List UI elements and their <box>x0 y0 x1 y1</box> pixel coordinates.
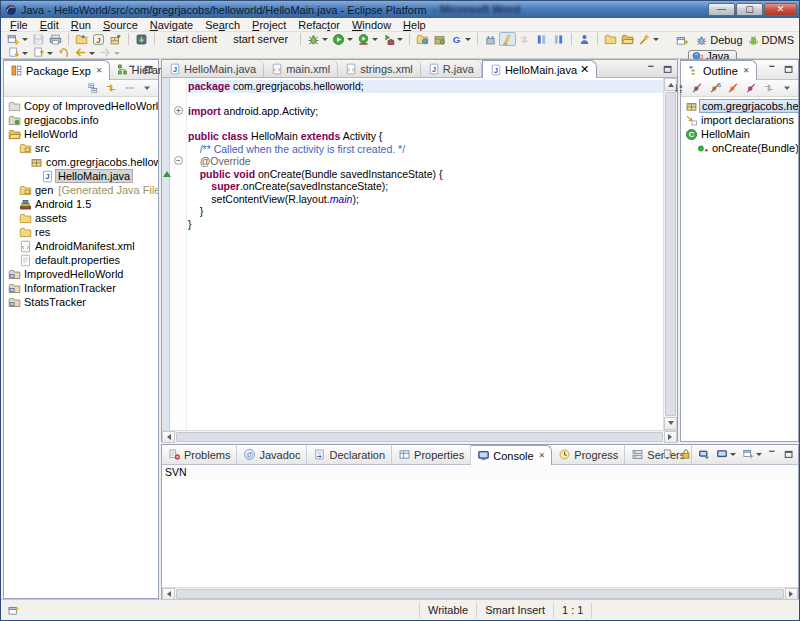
open-folder-button[interactable] <box>619 32 636 46</box>
tree-item-gregjacobs-info[interactable]: gregjacobs.info <box>4 113 158 127</box>
tree-item-com-gregrjacobs-helloworld[interactable]: com.gregrjacobs.helloworld <box>681 99 798 113</box>
new-web-client-button[interactable] <box>414 32 431 46</box>
next-annotation-button[interactable] <box>5 46 30 60</box>
console-tab-progress[interactable]: Progress <box>552 445 625 464</box>
dropdown-arrow-icon[interactable] <box>22 52 28 58</box>
hide-fields-button[interactable] <box>689 81 705 95</box>
dropdown-arrow-icon[interactable] <box>465 38 471 44</box>
collapse-all-button[interactable] <box>85 81 101 95</box>
editor-tab-r-java-3[interactable]: JR.java <box>421 60 482 77</box>
close-icon[interactable]: ✕ <box>96 66 103 75</box>
new-wizard-button[interactable] <box>5 32 30 46</box>
console-tab-javadoc[interactable]: @Javadoc <box>237 445 307 464</box>
tree-item-improvedhelloworld[interactable]: ImprovedHelloWorld <box>4 267 158 281</box>
junit-button[interactable]: J <box>90 32 107 46</box>
menu-search[interactable]: Search <box>199 19 246 31</box>
save-button[interactable] <box>30 32 47 46</box>
minimize-view-button[interactable] <box>126 62 140 76</box>
start-server-button[interactable]: start server <box>225 32 296 46</box>
scroll-down-button[interactable] <box>664 417 677 430</box>
tree-item-res[interactable]: res <box>4 225 158 239</box>
view-menu-dim-button[interactable] <box>121 81 137 95</box>
pin-console-button[interactable] <box>660 447 676 461</box>
quick-fix-button[interactable] <box>636 32 661 46</box>
open-resource-button[interactable] <box>602 32 619 46</box>
previous-annotation-button[interactable] <box>30 46 55 60</box>
minimize-editor-button[interactable] <box>645 62 659 76</box>
menu-run[interactable]: Run <box>65 19 97 31</box>
console-body[interactable]: SVN <box>162 465 798 587</box>
tree-item-com-gregrjacobs-helloworld[interactable]: com.gregrjacobs.helloworld <box>4 155 158 169</box>
close-icon[interactable]: ✕ <box>580 63 589 76</box>
editor-tab-main-xml-1[interactable]: main.xml <box>264 60 338 77</box>
scroll-right-button[interactable] <box>664 431 677 443</box>
dropdown-arrow-icon[interactable] <box>397 38 403 44</box>
tree-item-assets[interactable]: assets <box>4 211 158 225</box>
menu-file[interactable]: File <box>4 19 34 31</box>
run-coverage-button[interactable] <box>355 32 380 46</box>
console-tab-problems[interactable]: Problems <box>162 445 237 464</box>
dropdown-arrow-icon[interactable] <box>372 38 378 44</box>
show-source-2-button[interactable] <box>550 32 567 46</box>
maximize-view-button[interactable] <box>142 62 156 76</box>
tree-item-hellomain-java[interactable]: JHelloMain.java <box>4 169 158 183</box>
display-console-button[interactable] <box>714 447 738 461</box>
fold-expand-icon[interactable]: + <box>174 106 183 115</box>
dropdown-arrow-icon[interactable] <box>730 453 736 459</box>
google-tools-button[interactable]: G <box>448 32 473 46</box>
editor-vertical-scrollbar[interactable] <box>663 78 677 430</box>
tree-item-oncreate-bundle-[interactable]: onCreate(Bundle) : <box>681 141 798 155</box>
maximize-editor-button[interactable] <box>661 62 675 76</box>
last-edit-location-button[interactable] <box>55 46 72 60</box>
chevron-down-button[interactable] <box>779 81 795 95</box>
dropdown-arrow-icon[interactable] <box>22 38 28 44</box>
scrollbar-thumb[interactable] <box>176 589 784 599</box>
console-tab-console[interactable]: Console✕ <box>471 445 552 465</box>
print-button[interactable] <box>47 32 64 46</box>
outline-tab-outline[interactable]: Outline✕ <box>681 60 757 80</box>
hide-static-button[interactable]: S <box>707 81 723 95</box>
show-source-1-button[interactable] <box>533 32 550 46</box>
plugin-button[interactable] <box>482 32 499 46</box>
open-perspective-button[interactable] <box>674 33 691 47</box>
editor-horizontal-scrollbar[interactable] <box>162 430 677 443</box>
code-area[interactable]: package com.gregrjacobs.helloworld;impor… <box>188 78 663 430</box>
menu-help[interactable]: Help <box>397 19 432 31</box>
window-maximize-button[interactable]: ▢ <box>736 3 763 16</box>
link-dim-button[interactable] <box>761 81 777 95</box>
close-icon[interactable]: ✕ <box>539 451 546 460</box>
open-console-new-button[interactable] <box>696 447 712 461</box>
perspective-debug-button[interactable]: Debug <box>695 34 742 47</box>
dropdown-arrow-icon[interactable] <box>756 453 762 459</box>
start-client-button[interactable]: start client <box>159 32 225 46</box>
dropdown-arrow-icon[interactable] <box>89 52 95 58</box>
tree-item-import-declarations[interactable]: import declarations <box>681 113 798 127</box>
mark-occurrences-button[interactable] <box>499 32 516 46</box>
new-android-project-button[interactable] <box>107 32 124 46</box>
debug-button[interactable] <box>305 32 330 46</box>
new-console-view-button[interactable] <box>740 447 764 461</box>
external-tools-button[interactable] <box>380 32 405 46</box>
console-tab-declaration[interactable]: Declaration <box>307 445 392 464</box>
link-editor-button[interactable] <box>103 81 119 95</box>
hide-local-types-button[interactable] <box>743 81 759 95</box>
maximize-view-button[interactable] <box>782 62 796 76</box>
editor-tab-strings-xml-2[interactable]: strings.xml <box>338 60 421 77</box>
tree-item-androidmanifest-xml[interactable]: AndroidManifest.xml <box>4 239 158 253</box>
close-icon[interactable]: ✕ <box>743 66 750 75</box>
scroll-lock-button[interactable] <box>678 447 694 461</box>
android-sdk-button[interactable] <box>133 32 150 46</box>
scroll-left-button[interactable] <box>162 431 175 443</box>
chevron-down-button[interactable] <box>139 81 155 95</box>
dropdown-arrow-icon[interactable] <box>347 38 353 44</box>
tree-item-src[interactable]: src <box>4 141 158 155</box>
fast-view-icon[interactable] <box>7 604 20 617</box>
tree-item-hellomain[interactable]: CHelloMain <box>681 127 798 141</box>
minimize-view-button[interactable] <box>766 62 780 76</box>
dropdown-arrow-icon[interactable] <box>322 38 328 44</box>
dropdown-arrow-icon[interactable] <box>653 38 659 44</box>
maximize-view-button[interactable] <box>782 447 796 461</box>
dropdown-arrow-icon[interactable] <box>114 52 120 58</box>
console-tab-properties[interactable]: Properties <box>392 445 471 464</box>
minimize-view-button[interactable] <box>766 447 780 461</box>
